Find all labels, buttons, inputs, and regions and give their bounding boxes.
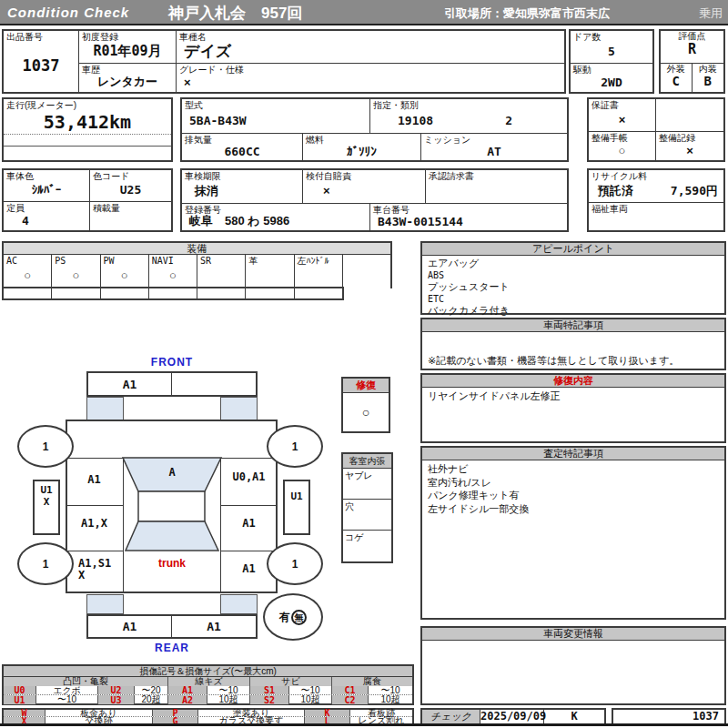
right-fender-mark: U0,A1 xyxy=(220,470,278,483)
equipment-label-pw: PW xyxy=(104,256,115,266)
exterior-grade-cell: 外装 C xyxy=(661,64,693,92)
legend-code-u1: U1 xyxy=(4,695,36,704)
taillight-right xyxy=(220,594,258,614)
assessment-line-3: パンク修理キット有 xyxy=(428,489,719,502)
color-code-cell: 色コード U25 xyxy=(90,170,171,201)
equipment-cell-ps: PS○ xyxy=(52,255,100,288)
recycle-box: リサイクル料 預託済 7,590円 福祉車両 xyxy=(587,168,725,232)
auction-title: 神戸入札会 957回 xyxy=(168,3,302,24)
class-number-label: 指定・類別 xyxy=(373,100,419,110)
plate-number-cell: 登録番号 岐阜 580 わ 5986 xyxy=(182,204,370,230)
right-sill-box: U1 xyxy=(283,480,310,535)
equipment-label-ac: AC xyxy=(6,256,17,266)
check-inspector: K xyxy=(544,710,604,723)
assessment-line-1: 社外ナビ xyxy=(428,462,719,476)
equipment-cell-navi: NAVI○ xyxy=(149,255,197,288)
wheel-rear-left-mark: 1 xyxy=(43,558,49,571)
legend-desc-c2: 10超 xyxy=(369,695,412,704)
drive-label: 駆動 xyxy=(573,65,592,75)
class-number-cell: 指定・類別 19108 2 xyxy=(370,99,567,133)
front-bumper: A1 xyxy=(86,371,258,397)
class-number-value-2: 2 xyxy=(505,114,512,127)
load-capacity-label: 積載量 xyxy=(93,203,120,213)
equipment-cell-leather: 革 xyxy=(246,255,294,288)
repair-flag-title: 修復 xyxy=(343,379,389,393)
diagram-front-label: FRONT xyxy=(126,356,217,369)
insurance-label: 検付自賠責 xyxy=(306,171,351,181)
mileage-empty-row-2 xyxy=(4,147,171,160)
assessment-line-4: 左サイドシル一部交換 xyxy=(428,502,719,516)
title-bar: Condition Check 神戸入札会 957回 引取場所：愛知県弥富市西末… xyxy=(0,0,728,25)
maintenance-book-label: 整備手帳 xyxy=(592,133,628,143)
interior-grade-label: 内装 xyxy=(693,64,724,74)
maintenance-record-cell: 整備記録 × xyxy=(656,132,723,160)
recycle-fee-label: リサイクル料 xyxy=(592,171,647,181)
left-sill-mark: U1 X xyxy=(35,481,58,508)
front-bumper-right-mark xyxy=(172,373,256,395)
mileage-cell: 走行(現メーター) 53,412km xyxy=(4,99,171,135)
wheel-rear-left: 1 xyxy=(17,542,74,585)
color-box: 車体色 ｼﾙﾊﾞｰ 色コード U25 定員 4 積載量 xyxy=(2,168,173,232)
rear-bumper-right-mark: A1 xyxy=(172,616,256,637)
maintenance-book-cell: 整備手帳 ○ xyxy=(589,132,656,160)
spare-yes-label: 有 xyxy=(279,610,290,625)
appeal-points-title: アピールポイント xyxy=(422,243,724,256)
displacement-label: 排気量 xyxy=(185,135,212,145)
legend-desc-u1: 〜10 xyxy=(36,695,98,704)
spare-no-label-circled: 無 xyxy=(291,610,307,625)
seats-cell: 定員 4 xyxy=(4,202,90,230)
first-registration-cell: 初度登録 R01年09月 xyxy=(79,31,177,64)
warranty-box: 保証書 × 整備手帳 ○ 整備記録 × xyxy=(587,97,725,162)
approval-request-cell: 承認請求書 xyxy=(426,170,567,203)
mileage-label: 走行(現メーター) xyxy=(6,100,76,110)
exterior-grade-label: 外装 xyxy=(661,64,692,74)
recycle-fee-value: 7,590円 xyxy=(671,183,718,199)
plate-number-label: 登録番号 xyxy=(185,205,221,215)
equipment-cell-lhd: 左ﾊﾝﾄﾞﾙ xyxy=(295,255,343,288)
color-code-label: 色コード xyxy=(93,171,129,181)
warranty-cell: 保証書 × xyxy=(589,99,656,131)
right-door-mark: A1 xyxy=(220,517,278,530)
check-date: 2025/09/09 xyxy=(480,710,544,723)
wheel-front-right: 1 xyxy=(267,425,323,468)
model-name-value: デイズ xyxy=(177,31,564,63)
model-code-value: 5BA-B43W xyxy=(182,99,369,133)
legend-desc-s2: 10超 xyxy=(289,695,332,704)
legend-code-c2: C2 xyxy=(332,695,369,704)
check-lot-number: 1037 xyxy=(613,710,724,723)
legend-code-c1: C1 xyxy=(332,686,369,694)
legend-code-a1: A1 xyxy=(168,686,207,694)
repair-details-panel: 修復内容 リヤインサイドパネル左修正 xyxy=(420,373,726,443)
doors-drive-box: ドア数 5 駆動 2WD xyxy=(569,29,654,94)
trunk-label: trunk xyxy=(123,557,221,570)
drive-cell: 駆動 2WD xyxy=(571,64,652,92)
spec-box: 型式 5BA-B43W 指定・類別 19108 2 排気量 660CC 燃料 ｶ… xyxy=(180,97,569,162)
inspection-expiry-label: 車検期限 xyxy=(185,171,221,181)
left-door-mark: A1,X xyxy=(66,517,123,530)
taillight-left xyxy=(86,594,124,614)
appeal-line-5: バックカメラ付き xyxy=(428,305,719,317)
legend-code-a2: A2 xyxy=(168,695,207,704)
equipment-cell-extra xyxy=(343,255,390,288)
registration-box: 車検期限 抹消 検付自賠責 × 承認請求書 登録番号 岐阜 580 わ 5986… xyxy=(180,168,569,232)
roof-shape xyxy=(138,491,205,521)
wheel-front-right-mark: 1 xyxy=(292,440,298,453)
model-name-cell: 車種名 デイズ xyxy=(177,31,564,64)
appeal-line-2: ABS xyxy=(428,269,719,281)
brand-logo: Condition Check xyxy=(7,5,129,20)
front-bumper-left-mark: A1 xyxy=(88,373,172,395)
vehicle-changes-panel: 車両変更情報 xyxy=(420,626,726,705)
appeal-line-1: エアバッグ xyxy=(428,258,719,269)
bottom-rule xyxy=(0,723,728,726)
score-label: 評価点 xyxy=(661,31,723,41)
equipment-cell-sr: SR xyxy=(197,255,246,288)
doors-cell: ドア数 5 xyxy=(571,31,652,64)
equipment-label-sr: SR xyxy=(200,256,211,266)
vehicle-changes-title: 車両変更情報 xyxy=(422,628,724,641)
first-registration-label: 初度登録 xyxy=(82,32,118,42)
equipment-label-navi: NAVI xyxy=(152,256,174,266)
insurance-cell: 検付自賠責 × xyxy=(303,170,426,203)
equipment-label-lhd: 左ﾊﾝﾄﾞﾙ xyxy=(298,256,329,266)
fuel-label: 燃料 xyxy=(306,135,324,145)
equipment-table: 装備 AC○ PS○ PW○ NAVI○ SR 革 左ﾊﾝﾄﾞﾙ xyxy=(2,241,392,288)
